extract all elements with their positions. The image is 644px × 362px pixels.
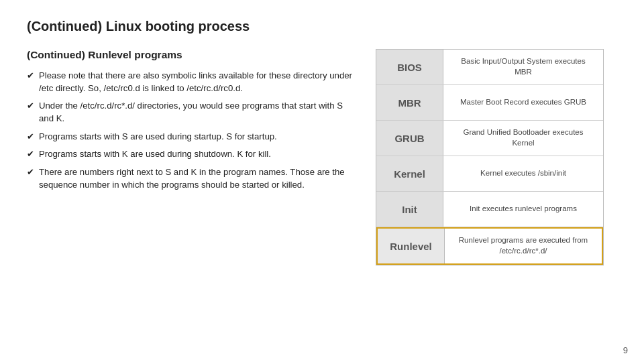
list-item: ✔ Programs starts with K are used during… (27, 147, 356, 161)
bullet-arrow: ✔ (27, 148, 34, 161)
boot-label-grub: GRUB (376, 121, 443, 156)
boot-desc-kernel: Kernel executes /sbin/init (443, 156, 603, 191)
boot-label-mbr: MBR (376, 85, 443, 120)
list-item: ✔ Please note that there are also symbol… (27, 69, 356, 95)
boot-label-bios: BIOS (376, 50, 443, 84)
boot-row-init: InitInit executes runlevel programs (376, 192, 603, 227)
boot-desc-bios: Basic Input/Output System executes MBR (443, 50, 603, 84)
bullet-text: Programs starts with S are used during s… (39, 130, 277, 143)
boot-label-runlevel: Runlevel (378, 229, 445, 263)
section-subtitle: (Continued) Runlevel programs (27, 49, 356, 61)
list-item: ✔ Under the /etc/rc.d/rc*.d/ directories… (27, 99, 356, 125)
boot-row-runlevel: RunlevelRunlevel programs are executed f… (376, 227, 603, 265)
bullet-text: Programs starts with K are used during s… (39, 147, 271, 160)
bullet-list: ✔ Please note that there are also symbol… (27, 69, 356, 192)
page-number: 9 (623, 345, 628, 355)
slide-title: (Continued) Linux booting process (27, 19, 617, 34)
bullet-arrow: ✔ (27, 70, 34, 82)
boot-desc-mbr: Master Boot Record executes GRUB (443, 85, 603, 120)
slide: (Continued) Linux booting process (Conti… (0, 0, 644, 362)
list-item: ✔ There are numbers right next to S and … (27, 166, 356, 191)
boot-row-grub: GRUBGrand Unified Bootloader executes Ke… (376, 121, 603, 156)
list-item: ✔ Programs starts with S are used during… (27, 130, 356, 143)
boot-row-mbr: MBRMaster Boot Record executes GRUB (376, 85, 603, 121)
boot-desc-runlevel: Runlevel programs are executed from /etc… (445, 229, 602, 263)
bullet-arrow: ✔ (27, 131, 34, 143)
boot-desc-grub: Grand Unified Bootloader executes Kernel (443, 121, 603, 156)
boot-label-kernel: Kernel (376, 156, 443, 191)
left-column: (Continued) Runlevel programs ✔ Please n… (27, 49, 356, 196)
bullet-arrow: ✔ (27, 166, 34, 179)
bullet-text: There are numbers right next to S and K … (39, 166, 356, 191)
bullet-text: Please note that there are also symbolic… (39, 69, 356, 95)
boot-desc-init: Init executes runlevel programs (443, 192, 603, 227)
bullet-text: Under the /etc/rc.d/rc*.d/ directories, … (39, 99, 356, 125)
boot-row-kernel: KernelKernel executes /sbin/init (376, 156, 603, 192)
boot-label-init: Init (376, 192, 443, 227)
bullet-arrow: ✔ (27, 100, 34, 113)
right-column: BIOSBasic Input/Output System executes M… (376, 49, 604, 265)
content-area: (Continued) Runlevel programs ✔ Please n… (27, 49, 617, 265)
boot-row-bios: BIOSBasic Input/Output System executes M… (376, 50, 603, 85)
boot-diagram: BIOSBasic Input/Output System executes M… (376, 49, 604, 265)
